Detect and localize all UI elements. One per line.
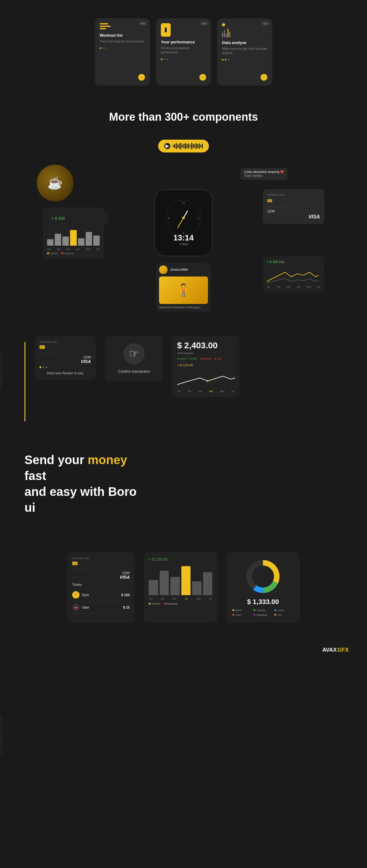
watch-date: 4 Wed — [179, 243, 188, 246]
svg-text:12: 12 — [182, 202, 185, 205]
vertical-accent-line — [25, 342, 25, 421]
finance-wave-svg — [177, 369, 235, 388]
audio-bar[interactable]: ▶ — [158, 140, 209, 152]
performance-title: Your performance — [161, 40, 206, 44]
chart-amount: + $ 120 — [47, 212, 108, 225]
payment-card-num: 1234 — [39, 355, 91, 359]
category-travel: Travel — [274, 609, 293, 612]
data-analyse-desc: Make sure you get most accurate analyse — [222, 47, 267, 55]
wave-bars — [173, 143, 203, 149]
bar-chart-bottom: + $ 120.00 FebFebMarAprMayJun Income Exp… — [144, 552, 217, 622]
uber-name: Uber — [82, 606, 89, 609]
uber-icon: 🚗 — [72, 604, 80, 611]
performance-desc: Review your workout performance — [161, 46, 206, 55]
transaction-uber: 🚗 Uber $ 15 — [72, 601, 130, 614]
payment-hold-text: Hold near Reader to pay — [39, 371, 91, 375]
chat-bubble: Looks absolutely amazing ❤️ That's perfe… — [241, 168, 287, 180]
category-shopping: Shopping — [254, 614, 273, 616]
bar-chart-bars — [47, 227, 100, 246]
bar-chart-bottom-amount: + $ 120.00 — [149, 557, 212, 562]
credit-card-top: connection card .... .... .... 1234 VISA — [263, 189, 324, 224]
workout-card: App Workout list Track and map all your … — [95, 18, 150, 86]
workout-nav-btn[interactable]: ‹ — [138, 74, 145, 81]
donut-category-group: $ 1,333.00 Sport Transfer Travel Food — [226, 552, 300, 622]
visa-logo-top: VISA — [267, 214, 320, 220]
card-number-top: 1234 — [267, 209, 320, 213]
gym-name: Gym — [82, 593, 89, 597]
watch-widget: 12 3 6 9 13:14 4 Wed — [154, 189, 213, 256]
card-tag-data: App — [262, 21, 269, 25]
donut-amount: $ 1,333.00 — [232, 598, 293, 606]
audio-bar-container: ▶ — [0, 133, 367, 165]
send-title: Send your money fast and easy with Boro … — [25, 452, 147, 516]
donut-categories: Sport Transfer Travel Food Shopping — [232, 609, 293, 616]
components-area: ☕ Looks absolutely amazing ❤️ That's per… — [18, 165, 349, 323]
watermark-2: AVAXGFX.COM — [0, 717, 3, 755]
payment-card-label: connection card — [39, 341, 91, 343]
send-title-part3: and easy with — [25, 485, 105, 498]
performance-nav-btn[interactable]: ‹ — [199, 74, 206, 81]
chat-text: Looks absolutely amazing ❤️ — [244, 170, 284, 174]
bottom-logo-section: AVAX GFX — [0, 641, 367, 665]
category-food: Food — [232, 614, 252, 616]
workout-title: Workout list — [100, 33, 145, 38]
card-label-top: connection card — [267, 193, 320, 196]
category-transfer: Transfer — [254, 609, 273, 612]
fingerprint-card: ☞ Confirm transaction — [105, 336, 163, 381]
chart-legend: Income Expense — [47, 252, 100, 255]
chat-subtext: That's perfect — [244, 174, 284, 178]
section-app-cards: App Workout list Track and map all your … — [0, 0, 367, 98]
trans-card-num: 1234 — [72, 571, 130, 575]
card-dots-top: .... .... .... — [267, 204, 320, 208]
svg-point-8 — [207, 380, 208, 382]
watch-time: 13:14 — [173, 233, 194, 243]
profile-card: Jessica Miller 🧍 What kind of bomber is … — [156, 262, 211, 312]
finance-stats: Income: + $ 645 Expense: - $ 125 — [177, 357, 234, 360]
wave-amount: + $ 120 Info — [267, 260, 320, 264]
fingerprint-label: Confirm transaction — [118, 369, 150, 374]
card-tag-workout: App — [139, 21, 147, 25]
data-analyse-nav-btn[interactable]: ‹ — [260, 74, 267, 81]
gym-amount: $ 120 — [121, 593, 130, 597]
finance-amount: $ 2,403.00 — [177, 341, 234, 350]
card-tag-performance: App — [201, 21, 208, 25]
coffee-image: ☕ — [37, 165, 74, 202]
finance-change: + $ 120.00 — [177, 363, 234, 367]
gym-icon: 🏋 — [72, 591, 80, 598]
performance-icon — [161, 23, 171, 37]
fingerprint-icon: ☞ — [123, 343, 145, 365]
performance-card: App Your performance Review your workout… — [156, 18, 211, 86]
transaction-card-bottom: connection card .... .... .... 1234 VISA… — [67, 552, 135, 622]
bar-chart-mid: + $ 120 JanFebMarAprMayJun Income Expens… — [43, 208, 104, 259]
svg-point-7 — [182, 217, 185, 219]
workout-desc: Track and map all your workouts — [100, 39, 145, 44]
finance-card: $ 2,403.00 Total balance Income: + $ 645… — [172, 336, 239, 397]
svg-text:3: 3 — [197, 217, 199, 220]
transaction-gym: 🏋 Gym $ 120 — [72, 589, 130, 601]
finance-label: Total balance — [177, 352, 234, 355]
trans-card-visa: VISA — [72, 575, 130, 580]
bar-chart-bottom-bars — [149, 565, 212, 595]
data-icon — [222, 23, 225, 26]
wave-chart: + $ 120 Info JanFebMarAprMayJun — [263, 256, 324, 291]
data-analyse-card: App Data analyse Make sure you get most … — [217, 18, 272, 86]
send-title-part1: Send your — [25, 453, 84, 467]
payment-card-widget: connection card .... .... .... 1234 VISA… — [34, 336, 96, 380]
profile-photo: 🧍 — [159, 277, 208, 304]
category-car: Car — [274, 614, 293, 616]
avax-logo: AVAX GFX — [322, 647, 349, 653]
bottom-widgets: connection card .... .... .... 1234 VISA… — [0, 546, 367, 641]
play-button[interactable]: ▶ — [164, 143, 170, 149]
avax-text: AVAX — [322, 647, 337, 653]
category-sport: Sport — [232, 609, 252, 612]
play-icon: ▶ — [166, 143, 169, 149]
trans-card-label: connection card — [72, 557, 130, 560]
data-analyse-title: Data analyse — [222, 40, 267, 45]
payment-visa: VISA — [39, 359, 91, 364]
send-section: Send your money fast and easy with Boro … — [0, 434, 367, 546]
send-title-highlight1: money — [88, 453, 127, 467]
wave-svg — [267, 266, 319, 284]
clock-svg: 12 3 6 9 — [165, 199, 202, 236]
payment-card-dots: .... .... .... — [39, 351, 91, 354]
trans-card-dots: .... .... .... — [72, 567, 130, 570]
